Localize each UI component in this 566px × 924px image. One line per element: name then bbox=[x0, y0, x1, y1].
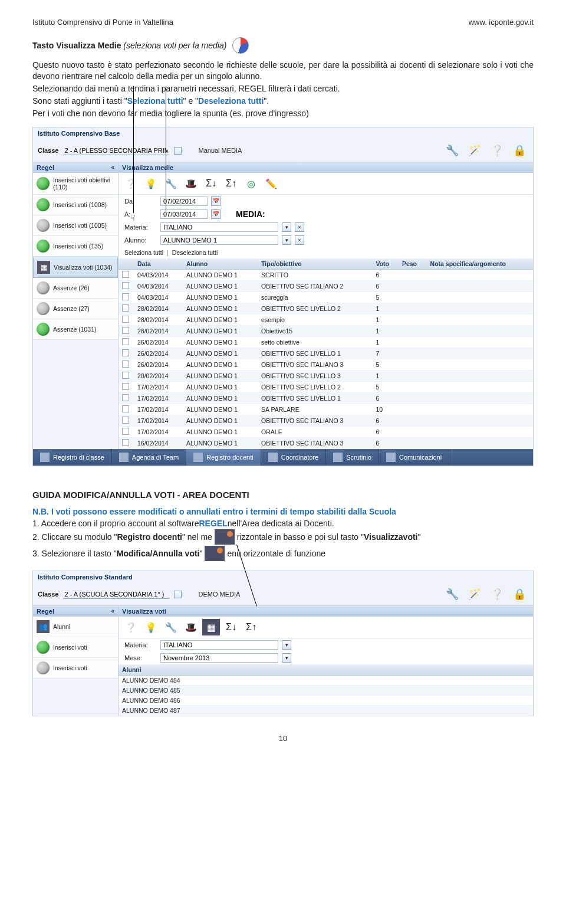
table-row[interactable]: 04/03/2014ALUNNO DEMO 1OBIETTIVO SEC ITA… bbox=[119, 281, 533, 292]
bottom-tab[interactable]: Registro di classe bbox=[33, 449, 112, 466]
bottom-tab[interactable]: Scrutinio bbox=[326, 449, 379, 466]
help-icon[interactable]: ❔ bbox=[488, 585, 506, 603]
table-row[interactable]: 17/02/2014ALUNNO DEMO 1OBIETTIVO SEC LIV… bbox=[119, 382, 533, 393]
row-checkbox[interactable] bbox=[122, 338, 129, 345]
row-checkbox[interactable] bbox=[122, 405, 129, 412]
strip-people-icon[interactable]: 🎩 bbox=[182, 175, 200, 192]
da-input[interactable] bbox=[160, 196, 208, 206]
strip-wrench-icon[interactable]: 🔧 bbox=[162, 619, 180, 635]
clear-icon[interactable]: × bbox=[295, 222, 304, 232]
strip-edit-icon[interactable]: ✏️ bbox=[262, 175, 280, 192]
classe-select[interactable] bbox=[63, 146, 169, 155]
classe-dropdown-icon[interactable] bbox=[174, 591, 182, 598]
calendar-icon[interactable]: 📅 bbox=[211, 196, 221, 206]
strip-people-icon[interactable]: 🎩 bbox=[182, 619, 200, 635]
table-row[interactable]: 17/02/2014ALUNNO DEMO 1OBIETTIVO SEC ITA… bbox=[119, 415, 533, 427]
sidebar-item[interactable]: Inserisci voti obiettivi (110) bbox=[33, 173, 118, 195]
calendar-icon[interactable]: 📅 bbox=[211, 209, 221, 219]
table-row[interactable]: 26/02/2014ALUNNO DEMO 1setto obiettive1 bbox=[119, 337, 533, 348]
row-checkbox[interactable] bbox=[122, 282, 129, 289]
deselect-all-link[interactable]: Deseleziona tutti bbox=[172, 249, 218, 256]
strip-idea-icon[interactable]: 💡 bbox=[142, 175, 160, 192]
lock-icon[interactable]: 🔒 bbox=[511, 142, 528, 159]
bottom-tab[interactable]: Registro docenti bbox=[186, 449, 261, 466]
bottom-tab[interactable]: Coordinatore bbox=[261, 449, 327, 466]
strip-sigma2-icon[interactable]: Σ↑ bbox=[242, 619, 260, 635]
row-checkbox[interactable] bbox=[122, 394, 129, 401]
collapse-icon[interactable]: « bbox=[111, 608, 114, 615]
sidebar-item[interactable]: Inserisci voti (1005) bbox=[33, 215, 118, 236]
row-checkbox[interactable] bbox=[122, 439, 129, 446]
sidebar-item[interactable]: ▦Visualizza voti (1034) bbox=[33, 257, 118, 278]
chevron-down-icon[interactable]: ▾ bbox=[282, 640, 291, 650]
table-row[interactable]: ALUNNO DEMO 484 bbox=[119, 676, 533, 686]
help-icon[interactable]: ❔ bbox=[488, 142, 506, 159]
row-checkbox[interactable] bbox=[122, 316, 129, 323]
tool-icon-1[interactable]: 🔧 bbox=[443, 585, 461, 603]
table-row[interactable]: 28/02/2014ALUNNO DEMO 1esempio1 bbox=[119, 314, 533, 326]
select-all-link[interactable]: Seleziona tutti bbox=[124, 249, 163, 256]
chevron-down-icon[interactable]: ▾ bbox=[282, 653, 291, 663]
table-row[interactable]: 04/03/2014ALUNNO DEMO 1SCRITTO6 bbox=[119, 270, 533, 281]
row-checkbox[interactable] bbox=[122, 293, 129, 300]
bottom-tab[interactable]: Agenda di Team bbox=[112, 449, 186, 466]
row-checkbox[interactable] bbox=[122, 327, 129, 334]
clear-icon[interactable]: × bbox=[295, 235, 304, 245]
lock-icon[interactable]: 🔒 bbox=[511, 585, 528, 603]
chevron-down-icon[interactable]: ▾ bbox=[282, 235, 291, 245]
bottom-tab[interactable]: Comunicazioni bbox=[379, 449, 449, 466]
row-checkbox[interactable] bbox=[122, 428, 129, 435]
row-checkbox[interactable] bbox=[122, 383, 129, 390]
table-row[interactable]: ALUNNO DEMO 486 bbox=[119, 696, 533, 706]
table-row[interactable]: 17/02/2014ALUNNO DEMO 1SA PARLARE10 bbox=[119, 404, 533, 415]
table-row[interactable]: ALUNNO DEMO 487 bbox=[119, 706, 533, 716]
tool-icon-1[interactable]: 🔧 bbox=[443, 142, 461, 159]
sidebar-item[interactable]: Inserisci voti (1008) bbox=[33, 195, 118, 215]
chevron-down-icon[interactable]: ▾ bbox=[282, 222, 291, 232]
strip-help-icon[interactable]: ❔ bbox=[122, 175, 140, 192]
table-row[interactable]: 26/02/2014ALUNNO DEMO 1OBIETTIVO SEC LIV… bbox=[119, 348, 533, 359]
row-checkbox[interactable] bbox=[122, 372, 129, 379]
classe-dropdown-icon[interactable] bbox=[174, 147, 182, 155]
strip-sigma-icon[interactable]: Σ↓ bbox=[222, 619, 240, 635]
row-checkbox[interactable] bbox=[122, 271, 129, 278]
table-row[interactable]: 28/02/2014ALUNNO DEMO 1OBIETTIVO SEC LIV… bbox=[119, 303, 533, 314]
tool-icon-2[interactable]: 🪄 bbox=[466, 142, 483, 159]
sidebar-item[interactable]: Assenze (1031) bbox=[33, 319, 118, 340]
row-checkbox[interactable] bbox=[122, 349, 129, 356]
row-checkbox[interactable] bbox=[122, 304, 129, 312]
table-row[interactable]: ALUNNO DEMO 485 bbox=[119, 686, 533, 696]
strip-modifica-icon[interactable]: ▦ bbox=[202, 619, 220, 635]
sidebar-item[interactable]: Assenze (26) bbox=[33, 278, 118, 299]
table-row[interactable]: 28/02/2014ALUNNO DEMO 1Obiettivo151 bbox=[119, 326, 533, 337]
sidebar-item[interactable]: Inserisci voti (135) bbox=[33, 236, 118, 257]
tool-icon-2[interactable]: 🪄 bbox=[466, 585, 483, 603]
table-row[interactable]: 17/02/2014ALUNNO DEMO 1OBIETTIVO SEC LIV… bbox=[119, 393, 533, 404]
strip-idea-icon[interactable]: 💡 bbox=[142, 619, 160, 635]
mese-select[interactable] bbox=[160, 653, 278, 663]
materia-select[interactable] bbox=[160, 222, 278, 232]
intro-p3: Sono stati aggiunti i tasti "Seleziona t… bbox=[32, 96, 534, 107]
a-input[interactable] bbox=[160, 209, 208, 219]
sidebar-item[interactable]: Assenze (27) bbox=[33, 299, 118, 319]
strip-target-icon[interactable]: ◎ bbox=[242, 175, 260, 192]
table-row[interactable]: 26/02/2014ALUNNO DEMO 1OBIETTIVO SEC ITA… bbox=[119, 359, 533, 371]
row-checkbox[interactable] bbox=[122, 361, 129, 368]
sidebar-item[interactable]: 👥Alunni bbox=[33, 617, 118, 637]
table-row[interactable]: 17/02/2014ALUNNO DEMO 1ORALE6 bbox=[119, 427, 533, 438]
sidebar-item[interactable]: Inserisci voti bbox=[33, 637, 118, 658]
strip-sigma2-icon[interactable]: Σ↑ bbox=[222, 175, 240, 192]
classe-select-2[interactable] bbox=[63, 590, 169, 599]
strip-help-icon[interactable]: ❔ bbox=[122, 619, 140, 635]
status-dot-icon bbox=[37, 177, 50, 190]
alunno-select[interactable] bbox=[160, 235, 278, 245]
strip-sigma-icon[interactable]: Σ↓ bbox=[202, 175, 220, 192]
collapse-icon[interactable]: « bbox=[111, 164, 114, 171]
row-checkbox[interactable] bbox=[122, 417, 129, 424]
materia-select-2[interactable] bbox=[160, 640, 278, 650]
table-row[interactable]: 16/02/2014ALUNNO DEMO 1OBIETTIVO SEC ITA… bbox=[119, 438, 533, 449]
table-row[interactable]: 20/02/2014ALUNNO DEMO 1OBIETTIVO SEC LIV… bbox=[119, 371, 533, 382]
strip-wrench-icon[interactable]: 🔧 bbox=[162, 175, 180, 192]
sidebar-item[interactable]: Inserisci voti bbox=[33, 658, 118, 679]
table-row[interactable]: 04/03/2014ALUNNO DEMO 1scureggia5 bbox=[119, 292, 533, 303]
